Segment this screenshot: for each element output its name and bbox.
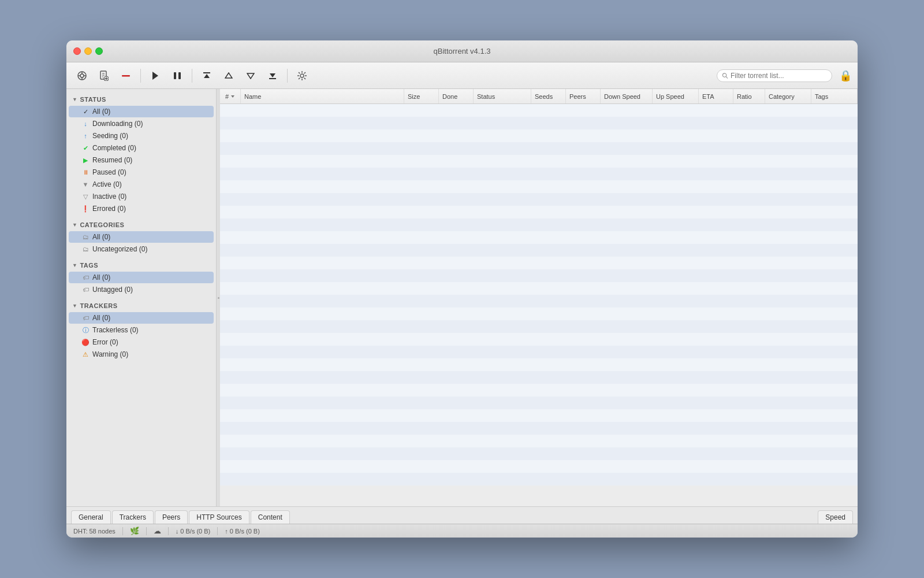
- trackers-section-header[interactable]: ▼ TRACKERS: [66, 299, 216, 312]
- queue-top-button[interactable]: [197, 67, 217, 84]
- status-sep-3: [168, 527, 169, 535]
- torrent-creator-button[interactable]: [72, 67, 92, 84]
- sidebar-item-error[interactable]: 🔴 Error (0): [69, 336, 214, 348]
- table-row[interactable]: [220, 257, 858, 269]
- tab-content[interactable]: Content: [251, 510, 290, 524]
- svg-rect-13: [122, 75, 130, 77]
- sidebar-item-tracker-all[interactable]: 🏷 All (0): [69, 312, 214, 324]
- sidebar-item-paused[interactable]: ⏸ Paused (0): [69, 166, 214, 178]
- pause-all-button[interactable]: [167, 67, 187, 84]
- add-torrent-button[interactable]: [94, 67, 114, 84]
- sidebar-item-resumed[interactable]: ▶ Resumed (0): [69, 154, 214, 166]
- queue-down-button[interactable]: [241, 67, 260, 84]
- table-row[interactable]: [220, 409, 858, 422]
- col-header-down-speed[interactable]: Down Speed: [601, 89, 653, 103]
- sidebar-item-active[interactable]: ▼ Active (0): [69, 179, 214, 190]
- tab-peers[interactable]: Peers: [155, 510, 188, 524]
- col-header-tags[interactable]: Tags: [811, 89, 858, 103]
- col-header-peers[interactable]: Peers: [566, 89, 601, 103]
- table-row[interactable]: [220, 104, 858, 117]
- table-row[interactable]: [220, 168, 858, 180]
- queue-up-button[interactable]: [219, 67, 239, 84]
- active-icon: ▼: [81, 180, 90, 188]
- status-section-header[interactable]: ▼ STATUS: [66, 92, 216, 105]
- status-sep-4: [217, 527, 218, 535]
- table-row[interactable]: [220, 180, 858, 193]
- table-row[interactable]: [220, 206, 858, 218]
- table-row[interactable]: [220, 320, 858, 333]
- minimize-button[interactable]: [84, 47, 92, 55]
- table-row[interactable]: [220, 435, 858, 447]
- categories-section-header[interactable]: ▼ CATEGORIES: [66, 218, 216, 231]
- table-row[interactable]: [220, 155, 858, 168]
- inactive-label: Inactive (0): [92, 192, 126, 201]
- table-row[interactable]: [220, 333, 858, 346]
- sidebar-item-tag-all[interactable]: 🏷 All (0): [69, 272, 214, 283]
- close-button[interactable]: [73, 47, 81, 55]
- table-row[interactable]: [220, 371, 858, 384]
- sidebar: ▼ STATUS ✓ All (0) ↓ Downloading (0) ↑ S…: [66, 89, 217, 506]
- paused-label: Paused (0): [92, 168, 126, 176]
- table-row[interactable]: [220, 384, 858, 397]
- remove-torrent-button[interactable]: [116, 67, 136, 84]
- maximize-button[interactable]: [95, 47, 103, 55]
- col-header-status[interactable]: Status: [474, 89, 531, 103]
- table-row[interactable]: [220, 473, 858, 486]
- sidebar-item-errored[interactable]: ❗ Errored (0): [69, 203, 214, 214]
- col-header-category[interactable]: Category: [765, 89, 811, 103]
- error-icon: 🔴: [81, 338, 90, 346]
- col-header-num[interactable]: #: [220, 89, 241, 103]
- tab-http-sources[interactable]: HTTP Sources: [189, 510, 249, 524]
- col-header-seeds[interactable]: Seeds: [531, 89, 566, 103]
- trackers-section-label: TRACKERS: [80, 302, 117, 309]
- tab-general[interactable]: General: [71, 510, 111, 524]
- col-header-done[interactable]: Done: [439, 89, 474, 103]
- col-header-name[interactable]: Name: [241, 89, 404, 103]
- table-row[interactable]: [220, 295, 858, 307]
- table-row[interactable]: [220, 358, 858, 371]
- table-row[interactable]: [220, 269, 858, 282]
- col-size-label: Size: [408, 93, 420, 100]
- table-row[interactable]: [220, 117, 858, 129]
- toolbar-separator-1: [140, 69, 141, 83]
- queue-bottom-button[interactable]: [263, 67, 282, 84]
- svg-marker-20: [247, 73, 254, 79]
- add-torrent-icon: [99, 71, 109, 81]
- col-header-size[interactable]: Size: [404, 89, 439, 103]
- table-row[interactable]: [220, 244, 858, 257]
- table-row[interactable]: [220, 129, 858, 142]
- col-header-up-speed[interactable]: Up Speed: [653, 89, 699, 103]
- sidebar-item-warning[interactable]: ⚠ Warning (0): [69, 349, 214, 360]
- table-row[interactable]: [220, 422, 858, 435]
- sidebar-item-downloading[interactable]: ↓ Downloading (0): [69, 118, 214, 129]
- options-icon: [297, 71, 307, 81]
- resume-all-button[interactable]: [146, 67, 165, 84]
- sidebar-item-uncategorized[interactable]: 🗂 Uncategorized (0): [69, 243, 214, 255]
- table-row[interactable]: [220, 193, 858, 206]
- table-row[interactable]: [220, 218, 858, 231]
- table-row[interactable]: [220, 142, 858, 155]
- sidebar-item-all[interactable]: ✓ All (0): [69, 106, 214, 117]
- sidebar-item-untagged[interactable]: 🏷 Untagged (0): [69, 284, 214, 295]
- table-row[interactable]: [220, 346, 858, 358]
- table-row[interactable]: [220, 231, 858, 244]
- col-header-eta[interactable]: ETA: [699, 89, 733, 103]
- table-row[interactable]: [220, 460, 858, 473]
- tab-trackers[interactable]: Trackers: [112, 510, 154, 524]
- sidebar-item-cat-all[interactable]: 🗂 All (0): [69, 231, 214, 243]
- sidebar-item-inactive[interactable]: ▽ Inactive (0): [69, 191, 214, 202]
- sidebar-item-trackerless[interactable]: ⓘ Trackerless (0): [69, 324, 214, 336]
- col-header-ratio[interactable]: Ratio: [733, 89, 765, 103]
- table-row[interactable]: [220, 282, 858, 295]
- sidebar-item-seeding[interactable]: ↑ Seeding (0): [69, 130, 214, 142]
- sidebar-item-completed[interactable]: ✔ Completed (0): [69, 142, 214, 154]
- table-row[interactable]: [220, 307, 858, 320]
- search-input[interactable]: [731, 72, 827, 80]
- torrent-area: # Name Size Done Status S: [220, 89, 858, 506]
- table-row[interactable]: [220, 397, 858, 409]
- options-button[interactable]: [292, 67, 312, 84]
- speed-button[interactable]: Speed: [818, 510, 853, 524]
- uncategorized-label: Uncategorized (0): [92, 245, 147, 253]
- tags-section-header[interactable]: ▼ TAGS: [66, 258, 216, 271]
- table-row[interactable]: [220, 447, 858, 460]
